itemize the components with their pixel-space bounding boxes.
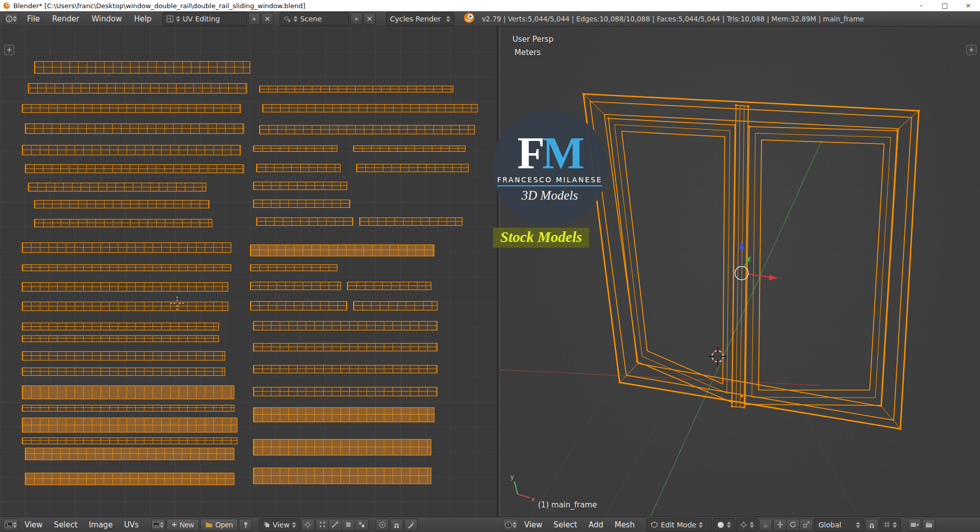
uv-island[interactable]	[34, 219, 212, 227]
viewport-3d[interactable]: y x User Persp Meters (1) main_frame +	[500, 27, 980, 517]
vp-menu-select[interactable]: Select	[549, 518, 582, 532]
uv-island[interactable]	[22, 405, 234, 412]
uv-island[interactable]	[22, 323, 219, 330]
add-layout-button[interactable]: +	[248, 13, 260, 25]
editor-type-button[interactable]	[3, 519, 18, 531]
display-channel-selector[interactable]: View	[259, 518, 300, 531]
uv-island[interactable]	[22, 418, 237, 432]
uv-island[interactable]	[256, 217, 353, 226]
uv-island[interactable]	[25, 473, 234, 485]
vp-menu-view[interactable]: View	[519, 518, 548, 532]
uv-island[interactable]	[253, 439, 431, 455]
uv-island[interactable]	[253, 200, 350, 208]
pin-icon-button[interactable]	[239, 519, 252, 531]
rotate-manipulator-icon[interactable]	[787, 519, 800, 531]
uv-island[interactable]	[28, 183, 206, 191]
uv-island[interactable]	[353, 301, 437, 310]
proportional-editing-button[interactable]	[376, 519, 389, 531]
mode-selector[interactable]: Edit Mode	[647, 518, 712, 531]
uv-island[interactable]	[353, 146, 465, 152]
3d-cursor[interactable]	[708, 347, 727, 366]
uv-island[interactable]	[25, 448, 234, 460]
uv-menu-uvs[interactable]: UVs	[119, 518, 144, 532]
uv-select-face-icon[interactable]	[342, 519, 355, 531]
vp-menu-mesh[interactable]: Mesh	[609, 518, 640, 532]
uv-island[interactable]	[253, 365, 437, 373]
uv-island[interactable]	[25, 124, 244, 134]
opengl-render-anim-button[interactable]	[922, 519, 936, 531]
uv-island[interactable]	[25, 164, 244, 173]
uv-island[interactable]	[256, 164, 340, 172]
new-image-button[interactable]: New	[166, 519, 199, 531]
uv-island[interactable]	[253, 182, 347, 190]
snap-magnet-button[interactable]	[390, 519, 403, 531]
uv-island[interactable]	[22, 385, 234, 399]
viewport-shading-selector[interactable]	[713, 518, 735, 531]
pivot-point-selector[interactable]	[736, 518, 758, 531]
maximize-button[interactable]: □	[933, 0, 957, 11]
menu-file[interactable]: File	[21, 12, 45, 26]
scale-manipulator-icon[interactable]	[800, 519, 813, 531]
uv-island[interactable]	[250, 282, 341, 290]
uv-island[interactable]	[22, 368, 225, 376]
delete-scene-button[interactable]: ✕	[363, 13, 376, 25]
add-scene-button[interactable]: +	[350, 13, 362, 25]
transform-manipulator[interactable]	[735, 241, 778, 280]
uv-select-edge-icon[interactable]	[329, 519, 342, 531]
uv-select-island-icon[interactable]	[355, 519, 369, 531]
uv-island[interactable]	[34, 61, 250, 74]
scene-selector[interactable]: Scene	[280, 12, 349, 26]
uv-island[interactable]	[22, 104, 241, 113]
uv-island[interactable]	[347, 282, 431, 290]
snap-magnet-button[interactable]	[865, 519, 878, 531]
info-editor-type-button[interactable]	[4, 13, 18, 25]
uv-island[interactable]	[22, 438, 237, 444]
uv-image-editor[interactable]: +	[0, 27, 498, 517]
viewport-3d-canvas[interactable]: y x	[500, 27, 980, 517]
uv-island[interactable]	[253, 407, 434, 422]
uv-island[interactable]	[253, 321, 437, 330]
translate-manipulator-icon[interactable]	[773, 519, 787, 531]
uv-island[interactable]	[22, 243, 231, 253]
uv-island[interactable]	[22, 351, 225, 360]
minimize-button[interactable]: –	[910, 0, 933, 11]
delete-layout-button[interactable]: ✕	[261, 13, 274, 25]
uv-island[interactable]	[22, 282, 228, 292]
transform-orientation-selector[interactable]: Global	[814, 518, 864, 531]
uv-2d-cursor[interactable]	[170, 297, 184, 310]
editor-type-button[interactable]	[503, 519, 518, 531]
uv-island[interactable]	[253, 387, 437, 396]
window-model[interactable]	[582, 93, 920, 430]
screen-layout-selector[interactable]: UV Editing	[162, 12, 247, 26]
open-image-button[interactable]: Open	[200, 519, 238, 531]
uv-island[interactable]	[22, 302, 228, 311]
uv-select-vertex-icon[interactable]	[315, 519, 329, 531]
manipulator-toggle-button[interactable]	[759, 519, 772, 531]
pivot-point-button[interactable]	[301, 519, 314, 531]
uv-island[interactable]	[34, 200, 209, 208]
uv-menu-view[interactable]: View	[19, 518, 48, 532]
render-engine-selector[interactable]: Cycles Render	[386, 12, 454, 26]
uv-island[interactable]	[22, 145, 241, 155]
uv-island[interactable]	[22, 264, 231, 271]
uv-sculpt-button[interactable]	[404, 519, 418, 531]
region-toggle-button[interactable]: +	[966, 45, 976, 55]
snap-element-selector[interactable]	[879, 518, 901, 531]
close-button[interactable]: ×	[957, 0, 980, 11]
uv-island[interactable]	[253, 146, 337, 152]
uv-island[interactable]	[250, 264, 337, 271]
uv-island[interactable]	[259, 125, 475, 134]
vp-menu-add[interactable]: Add	[583, 518, 608, 532]
uv-island[interactable]	[359, 217, 462, 226]
uv-island[interactable]	[253, 343, 437, 351]
region-toggle-button[interactable]: +	[4, 45, 14, 55]
uv-menu-select[interactable]: Select	[49, 518, 83, 532]
opengl-render-button[interactable]	[908, 519, 921, 531]
uv-island[interactable]	[250, 301, 347, 310]
menu-window[interactable]: Window	[86, 12, 128, 26]
uv-island[interactable]	[22, 335, 219, 342]
menu-help[interactable]: Help	[129, 12, 157, 26]
uv-island[interactable]	[253, 468, 431, 484]
browse-image-button[interactable]	[151, 519, 165, 531]
uv-island[interactable]	[262, 104, 478, 112]
